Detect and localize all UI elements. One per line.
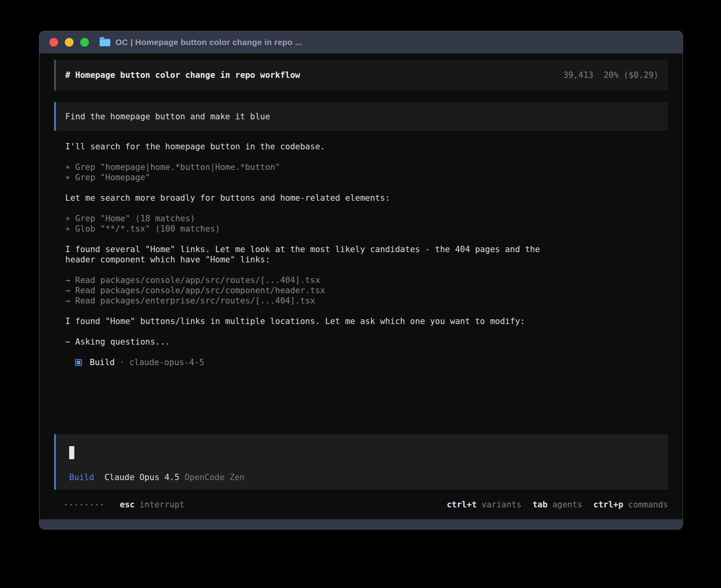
tool-call-read: → Read packages/console/app/src/componen… [65, 285, 668, 296]
app-window: OC | Homepage button color change in rep… [39, 31, 683, 530]
tool-call-group: ∗ Grep "homepage|home.*button|Home.*butt… [65, 162, 668, 183]
agent-build-icon [75, 359, 82, 366]
context-percent-cost: 20% ($0.29) [604, 70, 659, 80]
agent-model: claude-opus-4-5 [129, 357, 204, 368]
tool-call-grep: ∗ Grep "Home" (18 matches) [65, 213, 668, 224]
tool-call-grep: ∗ Grep "Homepage" [65, 172, 668, 183]
terminal-pane: # Homepage button color change in repo w… [40, 53, 683, 519]
input-meta: Build Claude Opus 4.5 OpenCode Zen [69, 472, 659, 482]
agent-attribution: Build · claude-opus-4-5 [65, 357, 668, 368]
assistant-text: I found several "Home" links. Let me loo… [65, 244, 668, 265]
separator-dot: · [119, 357, 125, 368]
tool-call-read: → Read packages/console/app/src/routes/[… [65, 275, 668, 285]
assistant-text: Let me search more broadly for buttons a… [65, 193, 668, 203]
tool-call-grep: ∗ Grep "homepage|home.*button|Home.*butt… [65, 162, 668, 172]
session-stats: 39,413 20% ($0.29) [563, 70, 659, 80]
traffic-lights [49, 38, 89, 47]
minimize-button[interactable] [65, 38, 74, 47]
provider-indicator: OpenCode Zen [185, 472, 245, 482]
agent-name: Build [90, 357, 115, 368]
assistant-text: I found "Home" buttons/links in multiple… [65, 316, 668, 326]
titlebar: OC | Homepage button color change in rep… [40, 31, 683, 53]
window-title: OC | Homepage button color change in rep… [115, 38, 302, 47]
tool-call-group: → Read packages/console/app/src/routes/[… [65, 275, 668, 306]
status-text: ~ Asking questions... [65, 337, 668, 347]
status-right: ctrl+t variants tab agents ctrl+p comman… [436, 499, 668, 510]
zoom-button[interactable] [80, 38, 89, 47]
tool-call-glob: ∗ Glob "**/*.tsx" (100 matches) [65, 224, 668, 234]
variants-hint: ctrl+t variants [447, 499, 521, 510]
folder-icon [100, 39, 110, 46]
assistant-transcript: I'll search for the homepage button in t… [65, 141, 668, 378]
prompt-input[interactable]: Build Claude Opus 4.5 OpenCode Zen [54, 434, 668, 490]
status-bar: esc interrupt ctrl+t variants tab agents… [54, 499, 668, 510]
session-header: # Homepage button color change in repo w… [54, 60, 668, 90]
mode-indicator: Build [69, 472, 94, 482]
window-bottom-chrome [40, 519, 683, 529]
status-left: esc interrupt [65, 499, 185, 510]
tool-call-group: ∗ Grep "Home" (18 matches) ∗ Glob "**/*.… [65, 213, 668, 234]
agents-hint: tab agents [532, 499, 582, 510]
text-cursor [69, 446, 74, 459]
esc-key-hint: esc [120, 499, 135, 510]
esc-key-label: interrupt [140, 499, 185, 510]
commands-hint: ctrl+p commands [593, 499, 668, 510]
user-message: Find the homepage button and make it blu… [54, 102, 668, 131]
tool-call-read: → Read packages/enterprise/src/routes/[.… [65, 296, 668, 306]
session-title: # Homepage button color change in repo w… [65, 70, 300, 80]
model-indicator: Claude Opus 4.5 [104, 472, 179, 482]
close-button[interactable] [49, 38, 58, 47]
assistant-text: I'll search for the homepage button in t… [65, 141, 668, 152]
working-spinner-dots [65, 504, 103, 505]
token-count: 39,413 [563, 70, 593, 80]
user-message-text: Find the homepage button and make it blu… [65, 111, 270, 122]
